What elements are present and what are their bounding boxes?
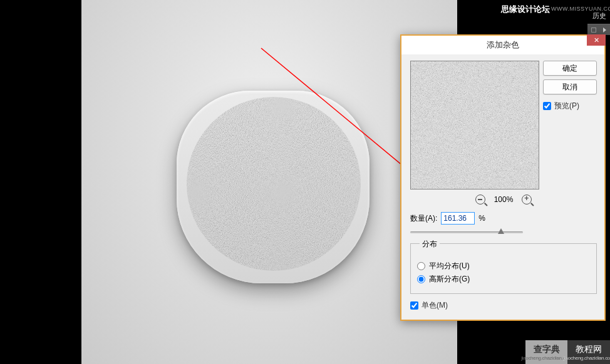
uniform-radio[interactable] — [417, 262, 425, 270]
amount-slider[interactable] — [410, 227, 523, 237]
monochrome-checkbox-row[interactable]: 单色(M) — [410, 300, 597, 311]
slider-rail — [410, 231, 523, 233]
svg-rect-0 — [187, 97, 361, 271]
gaussian-label: 高斯分布(G) — [429, 274, 470, 285]
artwork-noise-layer — [187, 97, 361, 271]
monochrome-label: 单色(M) — [421, 300, 448, 311]
ok-button[interactable]: 确定 — [543, 61, 597, 76]
preview-thumbnail[interactable] — [410, 61, 539, 190]
history-panel-tab[interactable]: 历史 — [591, 11, 610, 24]
distribution-group: 分布 平均分布(U) 高斯分布(G) — [410, 243, 597, 294]
dialog-title: 添加杂色 — [487, 39, 519, 51]
amount-unit: % — [478, 214, 485, 223]
monochrome-checkbox[interactable] — [410, 301, 418, 310]
distribution-legend: 分布 — [420, 239, 440, 250]
amount-input[interactable] — [441, 212, 475, 225]
brand-text: 思缘设计论坛 — [501, 4, 550, 15]
uniform-label: 平均分布(U) — [429, 261, 470, 271]
watermark-left-main: 查字典 — [534, 344, 560, 355]
gaussian-radio-row[interactable]: 高斯分布(G) — [417, 274, 590, 285]
watermark-right-main: 教程网 — [576, 344, 602, 355]
dialog-titlebar[interactable]: 添加杂色 ✕ — [401, 36, 604, 54]
uniform-radio-row[interactable]: 平均分布(U) — [417, 261, 590, 271]
gaussian-radio[interactable] — [417, 275, 425, 283]
add-noise-dialog: 添加杂色 ✕ 确定 取消 预览(P) 100% 数量( — [400, 34, 606, 321]
square-icon — [591, 28, 596, 33]
panel-toggle[interactable] — [587, 24, 610, 35]
watermark: 查字典 jiaocheng.chazidian.com 教程网 jiaochen… — [525, 340, 610, 364]
preview-checkbox-row[interactable]: 预览(P) — [543, 101, 597, 111]
cancel-button[interactable]: 取消 — [543, 79, 597, 94]
preview-checkbox[interactable] — [543, 102, 551, 110]
zoom-level: 100% — [494, 195, 514, 204]
zoom-in-icon[interactable] — [522, 195, 532, 205]
svg-rect-2 — [411, 61, 539, 190]
amount-label: 数量(A): — [410, 213, 437, 224]
watermark-right-sub: jiaocheng.chazidian.com — [564, 355, 610, 361]
close-button[interactable]: ✕ — [587, 34, 606, 46]
slider-thumb[interactable] — [498, 228, 504, 237]
preview-label: 预览(P) — [554, 101, 579, 111]
zoom-out-icon[interactable] — [475, 195, 485, 205]
triangle-right-icon — [603, 28, 606, 33]
close-icon: ✕ — [594, 36, 599, 44]
